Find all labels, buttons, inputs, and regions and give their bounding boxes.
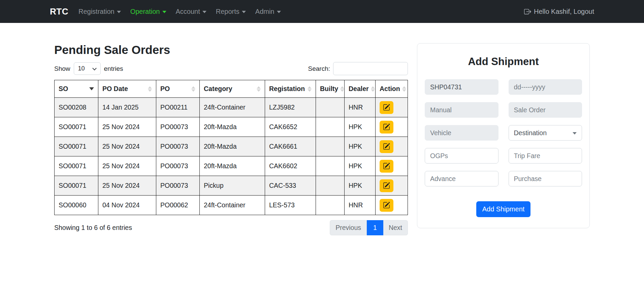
chevron-down-icon [202,11,206,13]
purchase-field[interactable] [509,171,582,186]
pagination-page-1[interactable]: 1 [367,220,383,235]
show-label: Show [54,65,70,72]
sort-icon [371,86,375,92]
pencil-square-icon [383,163,390,170]
sort-icon [89,87,94,90]
page-title: Pending Sale Orders [54,43,408,57]
table-row: SO0020814 Jan 2025PO0021124ft-ContainerL… [55,98,408,117]
edit-button[interactable] [380,179,393,192]
trip-fare-field[interactable] [509,148,582,164]
cell-po: PO00073 [156,117,200,137]
chevron-down-icon [242,11,246,13]
edit-button[interactable] [380,199,393,212]
date-field[interactable] [509,79,582,95]
table-row: SO0007125 Nov 2024PO0007320ft-MazdaCAK66… [55,156,408,176]
sort-icon [191,86,195,92]
column-header-so[interactable]: SO [55,80,98,98]
cell-po: PO00073 [156,176,200,196]
pencil-square-icon [383,182,390,189]
chevron-down-icon [277,11,281,13]
search-label: Search: [308,65,330,72]
manual-field[interactable] [425,102,498,118]
column-header-action[interactable]: Action [376,80,408,98]
cell-registration: CAK6652 [265,117,316,137]
cell-registration: LZJ5982 [265,98,316,117]
sort-icon [340,86,344,92]
cell-registration: LES-573 [265,196,316,215]
cell-po: PO00062 [156,196,200,215]
sort-icon [308,86,312,92]
pagination-previous[interactable]: Previous [330,220,367,235]
column-header-dealer[interactable]: Dealer [345,80,376,98]
column-header-po-date[interactable]: PO Date [98,80,156,98]
column-header-category[interactable]: Category [200,80,265,98]
pagination-next[interactable]: Next [383,220,408,235]
cell-registration: CAK6661 [265,137,316,156]
page-length-select[interactable]: 10 [74,62,101,75]
cell-po-date: 25 Nov 2024 [98,137,156,156]
page-length-control: Show 10 entries [54,62,123,75]
ogps-field[interactable] [425,148,498,164]
nav-item-label: Admin [255,8,275,16]
add-shipment-button[interactable]: Add Shipment [476,201,531,217]
cell-po: PO00073 [156,137,200,156]
brand-logo[interactable]: RTC [50,6,68,17]
column-header-po[interactable]: PO [156,80,200,98]
cell-builty [316,176,345,196]
cell-so: SO00071 [55,176,98,196]
cell-so: SO00060 [55,196,98,215]
cell-po-date: 25 Nov 2024 [98,117,156,137]
cell-action [376,176,408,196]
navbar: RTC RegistrationOperationAccountReportsA… [0,0,644,23]
cell-registration: CAC-533 [265,176,316,196]
cell-registration: CAK6602 [265,156,316,176]
nav-item-operation[interactable]: Operation [130,8,166,16]
edit-button[interactable] [380,121,393,134]
chevron-down-icon [117,11,121,13]
column-header-builty[interactable]: Builty [316,80,345,98]
nav-menu: RegistrationOperationAccountReportsAdmin [78,8,290,16]
table-row: SO0007125 Nov 2024PO0007320ft-MazdaCAK66… [55,137,408,156]
logout-link[interactable]: Hello Kashif, Logout [524,8,594,16]
nav-item-admin[interactable]: Admin [255,8,281,16]
edit-button[interactable] [380,140,393,153]
table-row: SO0007125 Nov 2024PO0007320ft-MazdaCAK66… [55,117,408,137]
cell-po: PO00073 [156,156,200,176]
nav-item-reports[interactable]: Reports [216,8,246,16]
cell-so: SO00071 [55,156,98,176]
table-row: SO0006004 Nov 2024PO0006224ft-ContainerL… [55,196,408,215]
column-label: Action [380,85,400,93]
cell-po-date: 25 Nov 2024 [98,176,156,196]
table-row: SO0007125 Nov 2024PO00073PickupCAC-533HP… [55,176,408,196]
advance-field[interactable] [425,171,498,186]
search-input[interactable] [333,62,408,75]
add-shipment-card: Add Shipment Destination Add Shipment [417,43,590,228]
pencil-square-icon [383,123,390,130]
column-label: Builty [320,85,338,93]
cell-po-date: 14 Jan 2025 [98,98,156,117]
cell-category: 20ft-Mazda [200,137,265,156]
cell-category: Pickup [200,176,265,196]
nav-item-account[interactable]: Account [176,8,206,16]
cell-category: 24ft-Container [200,196,265,215]
sale-order-field[interactable] [509,102,582,118]
cell-po: PO00211 [156,98,200,117]
cell-category: 20ft-Mazda [200,156,265,176]
user-greeting: Hello Kashif, Logout [534,8,594,16]
cell-dealer: HNR [345,98,376,117]
cell-so: SO00071 [55,137,98,156]
destination-select[interactable]: Destination [509,125,582,141]
vehicle-field[interactable] [425,125,498,141]
edit-button[interactable] [380,160,393,173]
shipment-number-field[interactable] [425,79,498,95]
cell-so: SO00071 [55,117,98,137]
cell-builty [316,196,345,215]
sort-icon [402,86,406,92]
cell-dealer: HPK [345,117,376,137]
pagination: Previous 1 Next [330,220,408,235]
nav-item-registration[interactable]: Registration [78,8,121,16]
column-header-registation[interactable]: Registation [265,80,316,98]
edit-button[interactable] [380,101,393,114]
card-title: Add Shipment [425,56,582,68]
cell-action [376,117,408,137]
